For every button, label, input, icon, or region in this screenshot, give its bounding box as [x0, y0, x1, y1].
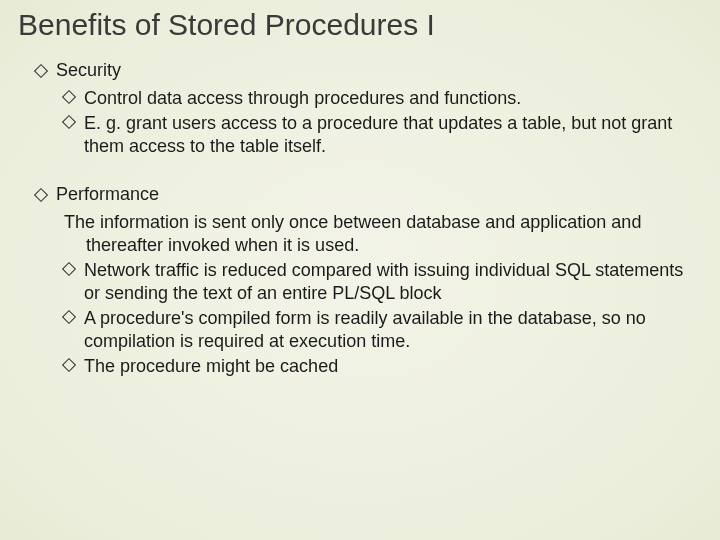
- diamond-icon: [64, 360, 74, 370]
- list-item: E. g. grant users access to a procedure …: [64, 112, 702, 158]
- list-item-text: Control data access through procedures a…: [84, 87, 521, 110]
- section-heading: Performance: [36, 184, 702, 205]
- list-item: Control data access through procedures a…: [64, 87, 702, 110]
- section-heading-text: Performance: [56, 184, 159, 205]
- list-item-text: E. g. grant users access to a procedure …: [84, 112, 684, 158]
- diamond-icon: [64, 117, 74, 127]
- list-item: The information is sent only once betwee…: [64, 211, 702, 257]
- list-item-text: The information is sent only once betwee…: [64, 211, 686, 257]
- section-heading-text: Security: [56, 60, 121, 81]
- section-performance: Performance The information is sent only…: [36, 184, 702, 378]
- list-item: The procedure might be cached: [64, 355, 702, 378]
- list-item: Network traffic is reduced compared with…: [64, 259, 702, 305]
- list-item-text: A procedure's compiled form is readily a…: [84, 307, 684, 353]
- diamond-icon: [64, 312, 74, 322]
- slide-title: Benefits of Stored Procedures I: [18, 8, 702, 42]
- diamond-icon: [36, 66, 46, 76]
- section-security: Security Control data access through pro…: [36, 60, 702, 158]
- list-item: A procedure's compiled form is readily a…: [64, 307, 702, 353]
- diamond-icon: [64, 92, 74, 102]
- section-heading: Security: [36, 60, 702, 81]
- diamond-icon: [36, 190, 46, 200]
- list-item-text: The procedure might be cached: [84, 355, 338, 378]
- list-item-text: Network traffic is reduced compared with…: [84, 259, 684, 305]
- diamond-icon: [64, 264, 74, 274]
